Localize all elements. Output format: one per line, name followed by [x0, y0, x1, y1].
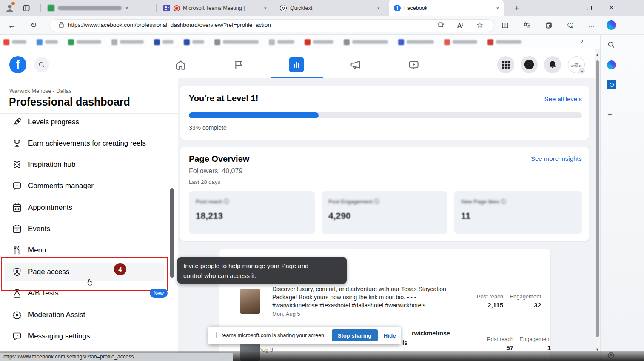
messenger-icon[interactable] [521, 56, 538, 73]
tab-quicktext[interactable]: Q Quicktext × [275, 0, 385, 16]
lock-icon[interactable] [58, 21, 64, 30]
bookmark-item[interactable] [444, 39, 477, 45]
sidebar-title: Professional dashboard [9, 96, 130, 108]
ads-tab-icon[interactable] [350, 59, 361, 72]
browser-profile-icon[interactable] [4, 3, 15, 14]
sidebar-item-levels-progress[interactable]: Levels progress [0, 112, 168, 133]
tab-close-icon[interactable]: × [496, 5, 499, 11]
bookmark-item[interactable] [37, 39, 58, 45]
engagement-label: Engagement [541, 293, 573, 300]
utensils-icon [12, 245, 22, 255]
sidebar-copilot-icon[interactable] [607, 60, 616, 69]
sidebar-item-label: Appointments [28, 203, 72, 212]
insights-tab-icon-active[interactable] [289, 57, 304, 72]
sidebar-item-inspiration-hub[interactable]: Inspiration hub [0, 154, 168, 175]
status-bar: https://www.facebook.com/settings/?tab=p… [0, 353, 233, 361]
bookmark-item[interactable] [269, 39, 294, 45]
level-progress-fill [189, 112, 319, 118]
url-text[interactable]: https://www.facebook.com/professional_da… [68, 22, 271, 28]
annotation-highlight-box [1, 257, 168, 291]
pages-tab-icon[interactable] [233, 59, 244, 72]
sidebar-item-label: Messaging settings [28, 332, 90, 341]
refresh-icon[interactable]: ↻ [27, 19, 40, 32]
post-date: Mon, Aug 5 [272, 311, 300, 317]
new-tab-button[interactable]: + [511, 3, 522, 14]
tab-blurred[interactable]: × [43, 0, 155, 16]
butterfly-icon [12, 160, 22, 170]
bookmark-item[interactable] [3, 39, 26, 45]
comment-icon [12, 181, 22, 191]
split-screen-icon[interactable] [499, 19, 511, 32]
metric-post-engagement[interactable]: Post Engagement ⓘ 4,290 [322, 191, 447, 234]
screen-sharing-bar[interactable]: teams.microsoft.com is sharing your scre… [208, 327, 401, 344]
minimize-button[interactable]: – [556, 0, 576, 15]
post-thumbnail[interactable] [240, 289, 260, 314]
apps-grid-icon[interactable] [497, 56, 514, 73]
bookmark-item[interactable] [214, 39, 259, 45]
status-url: https://www.facebook.com/settings/?tab=p… [3, 354, 134, 360]
sidebar-outlook-icon[interactable] [607, 80, 616, 89]
video-tab-icon[interactable] [408, 59, 419, 72]
bookmark-item[interactable] [487, 39, 521, 45]
progress-label: 33% complete [189, 124, 227, 131]
sidebar-item-appointments[interactable]: Appointments [0, 197, 168, 218]
browser-essentials-icon[interactable] [564, 19, 577, 32]
tab-close-icon[interactable]: × [125, 5, 128, 11]
sidebar-item-comments-manager[interactable]: Comments manager [0, 175, 168, 197]
info-icon: ⓘ [224, 198, 229, 205]
hide-sharing-bar-link[interactable]: Hide [384, 332, 396, 339]
sidebar-add-icon[interactable]: + [607, 110, 613, 120]
bookmarks-overflow-icon[interactable]: › [581, 37, 584, 45]
back-icon[interactable]: ← [6, 19, 18, 32]
sidebar-item-achievements[interactable]: Earn achievements for creating reels [0, 133, 168, 154]
tab-title: Facebook [404, 5, 493, 11]
favorites-list-icon[interactable] [521, 19, 533, 32]
bookmark-item[interactable] [398, 39, 434, 45]
metric-post-reach[interactable]: Post reach ⓘ 18,213 [189, 191, 315, 234]
home-tab-icon[interactable] [175, 59, 186, 72]
search-button[interactable] [34, 57, 49, 72]
sidebar-scrollbar[interactable] [170, 188, 174, 278]
tab-title: Microsoft Teams Meeting | [183, 5, 260, 11]
tab-close-icon[interactable]: × [377, 5, 380, 11]
stop-sharing-button[interactable]: Stop sharing [332, 329, 378, 341]
more-menu-icon[interactable]: … [585, 19, 598, 32]
annotation-step-badge: 4 [114, 263, 126, 275]
page-scrollbar-thumb[interactable] [596, 60, 599, 337]
sidebar-search-icon[interactable] [607, 40, 616, 51]
bookmark-item[interactable] [184, 39, 204, 45]
sidebar-item-label: Moderation Assist [28, 311, 85, 319]
tab-teams-meeting[interactable]: Microsoft Teams Meeting | × [158, 0, 271, 16]
bookmark-item[interactable] [111, 39, 144, 45]
metric-label: Post Engagement ⓘ [328, 198, 447, 206]
metric-new-page-likes[interactable]: New Page likes ⓘ 11 [454, 191, 582, 234]
bookmark-item[interactable] [305, 39, 333, 45]
close-window-button[interactable]: × [601, 0, 621, 15]
bookmark-item[interactable] [68, 39, 101, 45]
copilot-icon[interactable] [607, 20, 616, 30]
favorite-star-icon[interactable]: ☆ [473, 19, 486, 32]
bookmark-item[interactable] [344, 39, 388, 45]
bookmark-item[interactable] [154, 39, 174, 45]
notifications-bell-icon[interactable] [544, 56, 561, 73]
restore-button[interactable] [579, 0, 599, 15]
new-badge: New [150, 289, 168, 298]
avatar-chevron-icon[interactable]: ⌄ [578, 67, 585, 74]
facebook-logo[interactable]: f [9, 56, 26, 73]
sidebar-item-moderation-assist[interactable]: Moderation Assist [0, 304, 168, 326]
chat-question-icon: ? [12, 331, 22, 341]
read-aloud-icon[interactable]: A) [454, 19, 467, 32]
facebook-favicon: f [394, 5, 401, 11]
sidebar-item-label: Events [28, 225, 50, 233]
collections-icon[interactable] [542, 19, 555, 32]
post-text-line: Discover luxury, comfort, and adventure … [272, 286, 446, 292]
sidebar-item-messaging-settings[interactable]: ? Messaging settings [0, 326, 168, 347]
tab-capture-icon[interactable] [435, 19, 447, 32]
workspaces-icon[interactable] [22, 4, 31, 14]
tab-close-icon[interactable]: × [264, 5, 267, 11]
scroll-up-icon[interactable]: ▲ [596, 53, 599, 57]
drag-grip-icon[interactable] [214, 332, 214, 338]
tab-facebook-active[interactable]: f Facebook × [389, 0, 504, 16]
sidebar-item-events[interactable]: Events [0, 218, 168, 240]
screen: × Microsoft Teams Meeting | × Q Quicktex… [0, 0, 644, 361]
